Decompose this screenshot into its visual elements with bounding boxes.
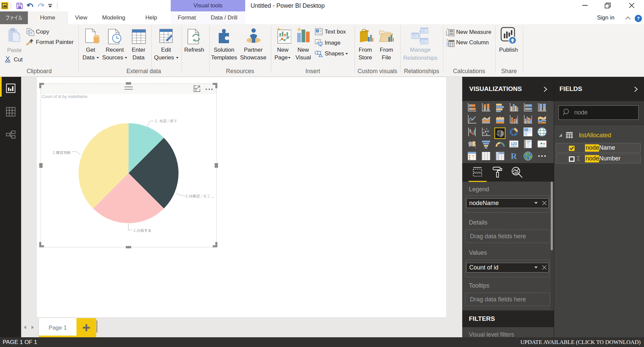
svg-text:A: A [316, 29, 318, 33]
svg-text:R: R [511, 151, 517, 161]
svg-text:?: ? [637, 16, 640, 21]
svg-text:123: 123 [511, 142, 517, 146]
